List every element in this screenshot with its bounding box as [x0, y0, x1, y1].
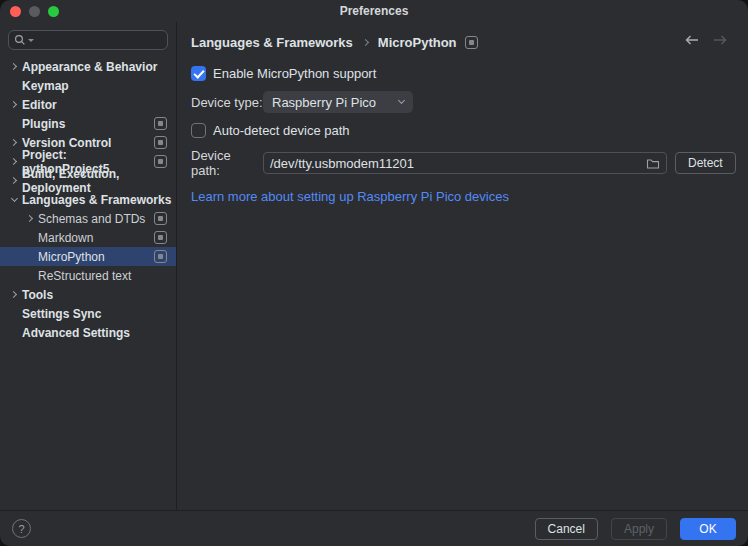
- chevron-right-icon[interactable]: [9, 158, 16, 165]
- sidebar-item-keymap[interactable]: Keymap: [0, 76, 176, 95]
- sidebar-item-label: ReStructured text: [38, 269, 131, 283]
- detect-button[interactable]: Detect: [675, 152, 736, 174]
- breadcrumb-current: MicroPython: [378, 35, 457, 50]
- window-title: Preferences: [0, 4, 748, 18]
- sidebar-item-label: Editor: [22, 98, 57, 112]
- external-settings-icon: [154, 136, 167, 149]
- sidebar-item-label: Plugins: [22, 117, 65, 131]
- sidebar-item-label: Appearance & Behavior: [22, 60, 157, 74]
- sidebar-item-restructured-text[interactable]: ReStructured text: [0, 266, 176, 285]
- back-arrow-icon[interactable]: [684, 34, 700, 46]
- autodetect-label: Auto-detect device path: [213, 123, 350, 138]
- chevron-right-icon[interactable]: [9, 63, 16, 70]
- enable-micropython-row: Enable MicroPython support: [191, 66, 748, 81]
- learn-more-row: Learn more about setting up Raspberry Pi…: [191, 189, 748, 204]
- ok-button[interactable]: OK: [680, 518, 736, 540]
- breadcrumb-parent[interactable]: Languages & Frameworks: [191, 35, 353, 50]
- sidebar-item-editor[interactable]: Editor: [0, 95, 176, 114]
- sidebar-item-settings-sync[interactable]: Settings Sync: [0, 304, 176, 323]
- sidebar-item-label: Build, Execution, Deployment: [22, 167, 176, 195]
- device-path-row: Device path: Detect: [191, 148, 748, 178]
- external-settings-icon: [154, 155, 167, 168]
- forward-arrow-icon[interactable]: [712, 34, 728, 46]
- device-type-value: Raspberry Pi Pico: [272, 95, 376, 110]
- chevron-right-icon[interactable]: [9, 101, 16, 108]
- external-settings-icon: [154, 231, 167, 244]
- enable-micropython-checkbox[interactable]: [191, 66, 206, 81]
- autodetect-row: Auto-detect device path: [191, 123, 748, 138]
- chevron-right-icon[interactable]: [9, 291, 16, 298]
- search-history-caret-icon[interactable]: [28, 39, 34, 42]
- sidebar-item-micropython[interactable]: MicroPython: [0, 247, 176, 266]
- device-type-label: Device type:: [191, 95, 263, 110]
- device-type-select[interactable]: Raspberry Pi Pico: [263, 91, 413, 113]
- sidebar-item-label: Tools: [22, 288, 53, 302]
- search-icon: [14, 34, 26, 46]
- device-path-input[interactable]: [264, 156, 646, 171]
- autodetect-checkbox[interactable]: [191, 123, 206, 138]
- learn-more-link[interactable]: Learn more about setting up Raspberry Pi…: [191, 189, 509, 204]
- titlebar: Preferences: [0, 0, 748, 22]
- dialog-footer: ? Cancel Apply OK: [0, 510, 748, 546]
- sidebar-item-markdown[interactable]: Markdown: [0, 228, 176, 247]
- chevron-right-icon[interactable]: [9, 139, 16, 146]
- sidebar-item-build-execution-deployment[interactable]: Build, Execution, Deployment: [0, 171, 176, 190]
- sidebar-item-tools[interactable]: Tools: [0, 285, 176, 304]
- breadcrumb: Languages & Frameworks MicroPython: [191, 32, 748, 52]
- sidebar-item-label: MicroPython: [38, 250, 105, 264]
- device-path-label: Device path:: [191, 148, 263, 178]
- settings-tree: Appearance & Behavior Keymap Editor Plug…: [0, 57, 176, 342]
- breadcrumb-separator-icon: [362, 38, 369, 45]
- sidebar-item-label: Schemas and DTDs: [38, 212, 145, 226]
- folder-browse-icon[interactable]: [646, 157, 660, 170]
- device-type-row: Device type: Raspberry Pi Pico: [191, 91, 748, 113]
- sidebar-item-label: Languages & Frameworks: [22, 193, 171, 207]
- help-button[interactable]: ?: [12, 519, 31, 538]
- sidebar-item-plugins[interactable]: Plugins: [0, 114, 176, 133]
- search-box[interactable]: [8, 30, 168, 50]
- sidebar-item-label: Markdown: [38, 231, 93, 245]
- external-settings-icon: [465, 36, 478, 49]
- cancel-button[interactable]: Cancel: [535, 518, 598, 540]
- external-settings-icon: [154, 250, 167, 263]
- sidebar-item-label: Advanced Settings: [22, 326, 130, 340]
- device-path-field[interactable]: [263, 152, 667, 174]
- chevron-right-icon[interactable]: [9, 177, 16, 184]
- chevron-down-icon[interactable]: [10, 194, 17, 201]
- external-settings-icon: [154, 117, 167, 130]
- chevron-right-icon[interactable]: [25, 215, 32, 222]
- settings-main-panel: Languages & Frameworks MicroPython Enabl…: [177, 22, 748, 510]
- sidebar-item-schemas-and-dtds[interactable]: Schemas and DTDs: [0, 209, 176, 228]
- chevron-down-icon: [398, 97, 405, 104]
- enable-micropython-label: Enable MicroPython support: [213, 66, 376, 81]
- sidebar-item-languages-frameworks[interactable]: Languages & Frameworks: [0, 190, 176, 209]
- settings-sidebar: Appearance & Behavior Keymap Editor Plug…: [0, 22, 177, 510]
- history-navigation: [684, 34, 728, 46]
- search-input[interactable]: [36, 33, 162, 47]
- apply-button[interactable]: Apply: [611, 518, 667, 540]
- external-settings-icon: [154, 212, 167, 225]
- preferences-window: Preferences Appearance & Behavior: [0, 0, 748, 546]
- sidebar-item-label: Keymap: [22, 79, 69, 93]
- sidebar-item-label: Settings Sync: [22, 307, 101, 321]
- sidebar-item-advanced-settings[interactable]: Advanced Settings: [0, 323, 176, 342]
- sidebar-item-appearance-behavior[interactable]: Appearance & Behavior: [0, 57, 176, 76]
